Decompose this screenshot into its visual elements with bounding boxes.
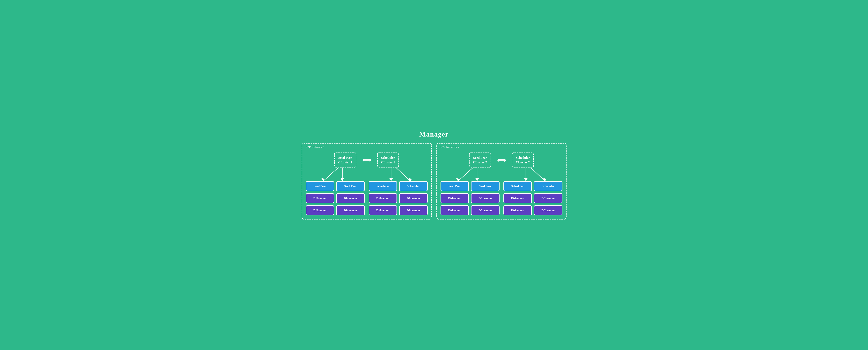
right-nodes-2: Scheduler Scheduler Dfdaemon Dfdaemon Df… bbox=[503, 181, 562, 215]
network-2-label: P2P Network 2 bbox=[440, 146, 459, 149]
main-container: Manager P2P Network 1 Seed Peer CLuster … bbox=[298, 127, 570, 223]
arrows-svg-2 bbox=[440, 167, 562, 183]
sched-dfdaemon-row-2b: Dfdaemon Dfdaemon bbox=[503, 205, 562, 215]
seed-peer-cluster-2: Seed Peer CLuster 2 bbox=[469, 153, 491, 167]
scheduler-2-b: Scheduler bbox=[534, 181, 562, 191]
sched-dfdaemon-row-2a: Dfdaemon Dfdaemon bbox=[503, 193, 562, 203]
svg-marker-5 bbox=[389, 178, 393, 181]
svg-marker-11 bbox=[475, 178, 479, 181]
sched-dfdaemon-row-1a: Dfdaemon Dfdaemon bbox=[369, 193, 428, 203]
dfdaemon-2-b2: Dfdaemon bbox=[471, 205, 499, 215]
sched-dfdaemon-2-b1: Dfdaemon bbox=[503, 205, 532, 215]
seed-peers-row-2: Seed Peer Seed Peer bbox=[440, 181, 499, 191]
dfdaemon-row-1b: Dfdaemon Dfdaemon bbox=[306, 205, 365, 215]
right-nodes-1: Scheduler Scheduler Dfdaemon Dfdaemon Df… bbox=[369, 181, 428, 215]
sched-dfdaemon-2-a1: Dfdaemon bbox=[503, 193, 532, 203]
dfdaemon-1-a2: Dfdaemon bbox=[336, 193, 365, 203]
sched-dfdaemon-1-a1: Dfdaemon bbox=[369, 193, 397, 203]
schedulers-row-2: Scheduler Scheduler bbox=[503, 181, 562, 191]
seed-peer-cluster-1: Seed Peer CLuster 1 bbox=[334, 153, 356, 167]
sched-dfdaemon-1-b2: Dfdaemon bbox=[399, 205, 428, 215]
sched-dfdaemon-2-b2: Dfdaemon bbox=[534, 205, 562, 215]
schedulers-row-1: Scheduler Scheduler bbox=[369, 181, 428, 191]
arrows-svg-1 bbox=[306, 167, 428, 183]
seed-peer-2-a: Seed Peer bbox=[440, 181, 469, 191]
svg-line-14 bbox=[531, 168, 545, 181]
dfdaemon-row-2b: Dfdaemon Dfdaemon bbox=[440, 205, 499, 215]
dfdaemon-1-b1: Dfdaemon bbox=[306, 205, 334, 215]
sched-dfdaemon-2-a2: Dfdaemon bbox=[534, 193, 562, 203]
bidirectional-arrow-2: ⟺ bbox=[497, 156, 506, 164]
svg-marker-3 bbox=[340, 178, 344, 181]
left-nodes-2: Seed Peer Seed Peer Dfdaemon Dfdaemon Df… bbox=[440, 181, 499, 215]
svg-line-8 bbox=[458, 168, 473, 181]
networks-row: P2P Network 1 Seed Peer CLuster 1 ⟺ Sche… bbox=[302, 143, 566, 220]
bidirectional-arrow-1: ⟺ bbox=[362, 156, 371, 164]
dfdaemon-row-1a: Dfdaemon Dfdaemon bbox=[306, 193, 365, 203]
sched-dfdaemon-1-b1: Dfdaemon bbox=[369, 205, 397, 215]
seed-peer-1-a: Seed Peer bbox=[306, 181, 334, 191]
network-1-box: P2P Network 1 Seed Peer CLuster 1 ⟺ Sche… bbox=[302, 143, 432, 220]
dfdaemon-1-a1: Dfdaemon bbox=[306, 193, 334, 203]
scheduler-1-a: Scheduler bbox=[369, 181, 397, 191]
dfdaemon-1-b2: Dfdaemon bbox=[336, 205, 365, 215]
svg-marker-13 bbox=[524, 178, 528, 181]
sched-dfdaemon-1-a2: Dfdaemon bbox=[399, 193, 428, 203]
seed-peer-2-b: Seed Peer bbox=[471, 181, 499, 191]
seed-peers-row-1: Seed Peer Seed Peer bbox=[306, 181, 365, 191]
sched-dfdaemon-row-1b: Dfdaemon Dfdaemon bbox=[369, 205, 428, 215]
dfdaemon-2-a2: Dfdaemon bbox=[471, 193, 499, 203]
dfdaemon-2-b1: Dfdaemon bbox=[440, 205, 469, 215]
scheduler-cluster-1: Scheduler CLuster 1 bbox=[377, 153, 399, 167]
network-1-label: P2P Network 1 bbox=[306, 146, 324, 149]
scheduler-cluster-2: Scheduler CLuster 2 bbox=[512, 153, 534, 167]
svg-line-6 bbox=[396, 168, 410, 181]
svg-line-0 bbox=[323, 168, 338, 181]
seed-peer-1-b: Seed Peer bbox=[336, 181, 365, 191]
scheduler-1-b: Scheduler bbox=[399, 181, 428, 191]
left-nodes-1: Seed Peer Seed Peer Dfdaemon Dfdaemon Df… bbox=[306, 181, 365, 215]
network-2-box: P2P Network 2 Seed Peer CLuster 2 ⟺ Sche… bbox=[436, 143, 566, 220]
network-2-nodes: Seed Peer Seed Peer Dfdaemon Dfdaemon Df… bbox=[440, 181, 562, 215]
manager-title: Manager bbox=[302, 130, 566, 138]
dfdaemon-row-2a: Dfdaemon Dfdaemon bbox=[440, 193, 499, 203]
network-1-nodes: Seed Peer Seed Peer Dfdaemon Dfdaemon Df… bbox=[306, 181, 428, 215]
scheduler-2-a: Scheduler bbox=[503, 181, 532, 191]
dfdaemon-2-a1: Dfdaemon bbox=[440, 193, 469, 203]
